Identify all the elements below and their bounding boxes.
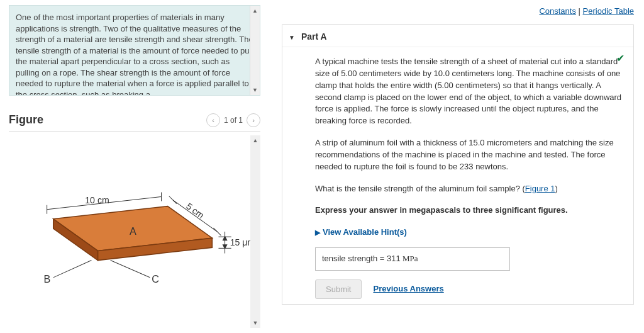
scroll-up-icon[interactable]: ▲ [250,6,260,16]
triangle-right-icon: ▶ [315,229,320,236]
figure-svg: 10 cm 5 cm 15 μm A B C [9,135,250,328]
constants-link[interactable]: Constants [539,6,576,16]
figure-scroll-up-icon[interactable]: ▲ [250,135,260,145]
svg-line-7 [169,196,177,203]
answer-label: tensile strength = [322,254,387,263]
pager-text: 1 of 1 [224,116,243,125]
part-a-question: What is the tensile strength of the alum… [315,183,622,195]
pager-next-button[interactable]: › [247,113,260,127]
label-a: A [130,225,136,237]
label-b: B [44,273,51,285]
caret-down-icon: ▼ [289,34,295,41]
intro-scrollbar[interactable]: ▲ ▼ [250,6,260,95]
button-row: Submit Previous Answers [315,279,622,299]
figure-area: ▲ ▼ 10 cm 5 cm 15 μm [9,135,260,328]
periodic-table-link[interactable]: Periodic Table [583,6,634,16]
part-a-box: ▼ Part A ✔ A typical machine tests the t… [282,25,634,305]
divider: | [579,6,583,16]
submit-button: Submit [315,279,362,299]
part-a-p2: A strip of aluminum foil with a thicknes… [315,137,622,173]
figure-header: Figure ‹ 1 of 1 › [9,113,260,132]
svg-line-8 [213,228,221,235]
label-c: C [152,273,159,285]
top-links: Constants | Periodic Table [282,4,634,25]
part-a-body: A typical machine tests the tensile stre… [282,47,633,304]
pager-prev-button[interactable]: ‹ [206,113,220,127]
figure-title: Figure [9,113,206,127]
dim-width: 10 cm [85,195,109,205]
scroll-down-icon[interactable]: ▼ [250,85,260,95]
answer-value: 311 [387,254,401,263]
svg-line-14 [53,260,92,277]
dim-thick: 15 μm [230,237,250,247]
view-hints-toggle[interactable]: ▶View Available Hint(s) [315,227,622,239]
part-a-p1: A typical machine tests the tensile stre… [315,56,622,127]
svg-marker-13 [223,244,228,249]
check-icon: ✔ [616,52,625,64]
figure-pager: ‹ 1 of 1 › [206,113,260,127]
part-a-title: Part A [301,31,327,42]
intro-text: One of the most important properties of … [16,13,253,96]
answer-unit: MPa [401,254,418,263]
intro-panel: One of the most important properties of … [9,5,260,96]
part-a-header[interactable]: ▼ Part A ✔ [282,25,633,47]
figure-scroll-down-icon[interactable]: ▼ [250,318,260,328]
answer-box[interactable]: tensile strength = 311 MPa [315,247,510,271]
svg-marker-12 [223,235,228,240]
part-a-instruction: Express your answer in megapascals to th… [315,205,622,217]
previous-answers-link[interactable]: Previous Answers [373,283,443,295]
dim-depth: 5 cm [184,201,206,220]
figure-1-link[interactable]: Figure 1 [525,184,555,193]
svg-line-15 [111,260,150,277]
